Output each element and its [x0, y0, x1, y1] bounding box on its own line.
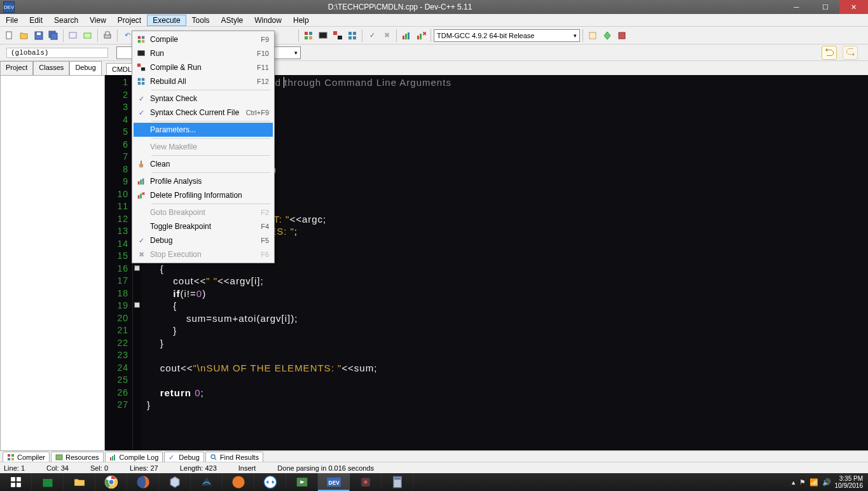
svg-rect-49	[56, 455, 62, 460]
tray-date-label: 10/9/2016	[835, 482, 864, 489]
task-media-icon[interactable]	[286, 473, 318, 491]
menu-edit[interactable]: Edit	[24, 15, 48, 26]
task-box-icon[interactable]	[159, 473, 191, 491]
tray-clock[interactable]: 3:35 PM 10/9/2016	[835, 475, 864, 489]
menu-item-compile-run[interactable]: Compile & RunF11	[134, 60, 273, 74]
menu-file[interactable]: File	[0, 15, 24, 26]
open-project-icon[interactable]	[81, 29, 95, 43]
fold-marker[interactable]	[134, 265, 140, 271]
menu-item-syntax-check[interactable]: ✓Syntax Check	[134, 92, 273, 106]
new-project-icon[interactable]	[66, 29, 80, 43]
menu-item-shortcut: F4	[261, 223, 269, 230]
menu-item-rebuild-all[interactable]: Rebuild AllF12	[134, 74, 273, 88]
check-icon: ✓	[136, 107, 146, 118]
svg-rect-58	[17, 483, 21, 487]
menu-item-run[interactable]: RunF10	[134, 46, 273, 60]
menu-item-label: Clean	[150, 160, 170, 169]
tab-icon	[7, 453, 15, 461]
svg-rect-44	[140, 193, 142, 198]
bottom-tab-find-results[interactable]: Find Results	[205, 452, 263, 463]
task-devcpp-icon[interactable]: DEV	[318, 473, 350, 491]
new-file-icon[interactable]	[3, 29, 17, 43]
menu-item-profile-analysis[interactable]: Profile Analysis	[134, 174, 273, 188]
stop-debug-icon[interactable]: ✖	[380, 29, 394, 43]
rebuild-icon[interactable]	[345, 29, 359, 43]
svg-line-54	[214, 458, 216, 460]
open-file-icon[interactable]	[17, 29, 31, 43]
close-button[interactable]: ✕	[839, 0, 868, 14]
debug-icon[interactable]: ✓	[365, 29, 379, 43]
task-teamviewer-icon[interactable]	[254, 473, 286, 491]
minimize-button[interactable]: ─	[782, 0, 811, 14]
tray-up-icon[interactable]: ▴	[792, 478, 796, 487]
run-icon[interactable]	[316, 29, 330, 43]
nav-forward-button[interactable]: ⮎	[843, 46, 858, 60]
bottom-tab-compiler[interactable]: Compiler	[3, 452, 50, 463]
menu-item-toggle-breakpoint[interactable]: Toggle BreakpointF4	[134, 219, 273, 233]
tb-extra1-icon[interactable]	[586, 29, 600, 43]
print-icon[interactable]	[100, 29, 114, 43]
compile-run-icon[interactable]	[331, 29, 345, 43]
menu-help[interactable]: Help	[287, 15, 315, 26]
menu-execute[interactable]: Execute	[147, 15, 186, 26]
side-tab-classes[interactable]: Classes	[33, 61, 69, 75]
compile-icon[interactable]	[301, 29, 315, 43]
svg-rect-47	[8, 458, 10, 460]
fold-marker[interactable]	[134, 302, 140, 308]
task-explorer-icon[interactable]	[64, 473, 95, 491]
profile-icon[interactable]	[399, 29, 413, 43]
task-wifi-icon[interactable]	[191, 473, 223, 491]
menu-item-compile[interactable]: CompileF9	[134, 32, 273, 46]
delete-profile-icon[interactable]: ✖	[414, 29, 428, 43]
menu-item-syntax-check-current-file[interactable]: ✓Syntax Check Current FileCtrl+F9	[134, 106, 273, 120]
toolbar-secondary: (globals) ▾ ⮌ ⮎	[0, 45, 868, 61]
save-icon[interactable]	[32, 29, 46, 43]
globals-combo[interactable]: (globals)	[6, 48, 108, 58]
menu-window[interactable]: Window	[249, 15, 287, 26]
status-sel: Sel: 0	[90, 464, 108, 472]
menu-item-shortcut: F12	[257, 78, 269, 85]
maximize-button[interactable]: ☐	[811, 0, 839, 14]
tab-icon	[109, 453, 117, 461]
menu-project[interactable]: Project	[112, 15, 147, 26]
rebuild-icon	[136, 76, 146, 86]
menu-item-parameters-[interactable]: Parameters...	[134, 123, 273, 137]
menu-view[interactable]: View	[84, 15, 112, 26]
menu-item-clean[interactable]: Clean	[134, 157, 273, 171]
tray-volume-icon[interactable]: 🔊	[822, 478, 831, 487]
menu-item-delete-profiling-information[interactable]: Delete Profiling Information	[134, 188, 273, 202]
menu-astyle[interactable]: AStyle	[216, 15, 249, 26]
menubar: FileEditSearchViewProjectExecuteToolsASt…	[0, 14, 868, 27]
compile-run-icon	[136, 62, 146, 73]
nav-back-button[interactable]: ⮌	[822, 46, 837, 60]
tb-extra3-icon[interactable]	[615, 29, 629, 43]
tray-network-icon[interactable]: 📶	[809, 478, 818, 487]
compiler-select[interactable]: TDM-GCC 4.9.2 64-bit Release▾	[434, 29, 580, 42]
bottom-tab-compile-log[interactable]: Compile Log	[105, 452, 163, 463]
task-app2-icon[interactable]	[350, 473, 382, 491]
task-firefox-icon[interactable]	[127, 473, 159, 491]
svg-rect-39	[141, 161, 142, 164]
bottom-tab-resources[interactable]: Resources	[51, 452, 104, 463]
menu-item-debug[interactable]: ✓DebugF5	[134, 233, 273, 247]
start-button[interactable]	[0, 473, 32, 491]
menu-search[interactable]: Search	[48, 15, 84, 26]
side-tab-project[interactable]: Project	[0, 61, 33, 75]
side-tab-debug[interactable]: Debug	[69, 61, 101, 75]
bottom-tab-debug[interactable]: ✓Debug	[164, 452, 203, 463]
menu-tools[interactable]: Tools	[186, 15, 216, 26]
status-length: Length: 423	[180, 464, 217, 472]
svg-rect-24	[420, 34, 422, 39]
tray-flag-icon[interactable]: ⚑	[799, 478, 806, 487]
debug-icon: ✓	[136, 235, 146, 246]
check-icon: ✓	[136, 93, 146, 104]
save-all-icon[interactable]	[46, 29, 60, 43]
tab-icon: ✓	[169, 453, 176, 461]
task-chrome-icon[interactable]	[95, 473, 127, 491]
task-app1-icon[interactable]	[223, 473, 254, 491]
menu-item-goto-breakpoint: Goto BreakpointF2	[134, 205, 273, 219]
tb-extra2-icon[interactable]	[600, 29, 614, 43]
task-store-icon[interactable]	[32, 473, 64, 491]
task-calc-icon[interactable]	[382, 473, 413, 491]
svg-point-65	[232, 476, 244, 488]
